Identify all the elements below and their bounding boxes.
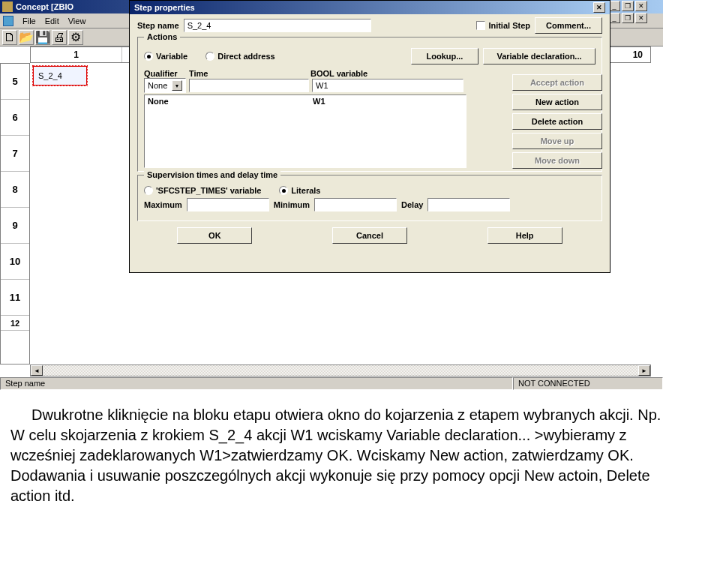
- bool-variable-input[interactable]: [312, 79, 464, 92]
- ruler-v-12: 12: [1, 316, 29, 331]
- description-text: Dwukrotne kliknięcie na bloku etapu otwi…: [10, 405, 663, 506]
- checkbox-icon: [476, 21, 485, 30]
- qualifier-value: None: [148, 81, 167, 90]
- doc-icon: [3, 16, 14, 26]
- sfc-step-label: S_2_4: [38, 71, 62, 80]
- initial-step-label: Initial Step: [488, 21, 530, 30]
- outer-close-button[interactable]: ✕: [635, 1, 647, 11]
- new-action-button[interactable]: New action: [512, 94, 602, 110]
- maximum-label: Maximum: [144, 200, 182, 209]
- dialog-bottom-buttons: OK Cancel Help: [137, 227, 602, 244]
- scroll-right-button[interactable]: ►: [638, 365, 650, 376]
- dialog-title: Step properties: [134, 3, 195, 12]
- delay-label: Delay: [401, 200, 423, 209]
- inner-restore-button[interactable]: ❐: [622, 13, 634, 23]
- ruler-v-8: 8: [1, 172, 29, 208]
- radio-direct-address[interactable]: Direct address: [206, 52, 274, 61]
- menu-file[interactable]: File: [22, 16, 36, 26]
- minimum-input[interactable]: [314, 198, 397, 212]
- status-bar: Step name NOT CONNECTED: [0, 376, 663, 390]
- status-right: NOT CONNECTED: [513, 377, 663, 390]
- delay-input[interactable]: [428, 198, 510, 212]
- ruler-v-11: 11: [1, 280, 29, 316]
- status-left: Step name: [0, 377, 513, 390]
- delete-action-button[interactable]: Delete action: [512, 113, 602, 130]
- step-name-input[interactable]: [184, 19, 371, 32]
- ruler-vertical: 5 6 7 8 9 10 11 12: [0, 63, 30, 364]
- radio-variable[interactable]: Variable: [144, 52, 188, 61]
- tool-print[interactable]: 🖨: [52, 30, 67, 45]
- lookup-button[interactable]: Lookup...: [411, 48, 478, 64]
- actions-listbox[interactable]: None W1: [144, 94, 466, 168]
- ruler-h-1: 1: [31, 47, 122, 62]
- ruler-v-10: 10: [1, 244, 29, 280]
- qualifier-select[interactable]: None ▼: [144, 78, 186, 93]
- ruler-v-5: 5: [1, 64, 29, 100]
- inner-close-button[interactable]: ✕: [635, 13, 647, 23]
- supervision-group-label: Supervision times and delay time: [144, 170, 280, 179]
- actions-group-label: Actions: [144, 32, 180, 41]
- app-title: Concept [ZBIO: [16, 2, 74, 11]
- ruler-v-6: 6: [1, 100, 29, 136]
- accept-action-button[interactable]: Accept action: [512, 74, 602, 91]
- cancel-button[interactable]: Cancel: [332, 227, 407, 244]
- scrollbar-horizontal[interactable]: ◄ ►: [30, 364, 651, 376]
- initial-step-checkbox[interactable]: Initial Step: [476, 21, 530, 30]
- outer-restore-button[interactable]: ❐: [622, 1, 634, 11]
- list-item[interactable]: None W1: [145, 97, 466, 106]
- ruler-v-7: 7: [1, 136, 29, 172]
- header-time: Time: [189, 69, 310, 78]
- radio-direct-label: Direct address: [218, 52, 274, 61]
- dialog-close-button[interactable]: ✕: [593, 2, 605, 13]
- header-qualifier: Qualifier: [144, 69, 189, 78]
- list-bool: W1: [313, 97, 463, 106]
- radio-variable-label: Variable: [156, 52, 188, 61]
- move-down-button[interactable]: Move down: [512, 152, 602, 169]
- radio-icon: [144, 186, 153, 195]
- tool-extra[interactable]: ⚙: [68, 30, 83, 45]
- radio-sfcstep-label: 'SFCSTEP_TIMES' variable: [156, 186, 261, 195]
- step-properties-dialog: Step properties ✕ Step name Initial Step…: [129, 0, 610, 273]
- help-button[interactable]: Help: [488, 227, 562, 244]
- tool-save[interactable]: 💾: [35, 30, 50, 45]
- sfc-step-block[interactable]: S_2_4: [33, 66, 87, 86]
- radio-sfcstep-times[interactable]: 'SFCSTEP_TIMES' variable: [144, 186, 261, 195]
- description-paragraph: Dwukrotne kliknięcie na bloku etapu otwi…: [10, 405, 663, 506]
- child-window-controls: _ ❐ ✕ _ ❐ ✕: [608, 0, 663, 26]
- radio-icon: [206, 52, 214, 61]
- dialog-body: Step name Initial Step Comment... Action…: [130, 14, 610, 247]
- list-qualifier: None: [148, 97, 313, 106]
- tool-open[interactable]: 📂: [19, 30, 34, 45]
- radio-literals[interactable]: Literals: [279, 186, 320, 195]
- maximum-input[interactable]: [187, 198, 269, 212]
- scroll-left-button[interactable]: ◄: [31, 365, 43, 376]
- radio-icon: [144, 52, 153, 61]
- menu-edit[interactable]: Edit: [45, 16, 59, 26]
- radio-literals-label: Literals: [291, 186, 320, 195]
- variable-declaration-button[interactable]: Variable declaration...: [483, 48, 596, 64]
- move-up-button[interactable]: Move up: [512, 133, 602, 149]
- radio-icon: [279, 186, 288, 195]
- dialog-titlebar: Step properties ✕: [130, 1, 610, 14]
- tool-new[interactable]: 🗋: [2, 30, 17, 45]
- app-icon: [2, 2, 13, 12]
- chevron-down-icon[interactable]: ▼: [172, 80, 182, 91]
- ok-button[interactable]: OK: [177, 227, 252, 244]
- comment-button[interactable]: Comment...: [535, 17, 602, 34]
- ruler-v-9: 9: [1, 208, 29, 244]
- side-buttons: Accept action New action Delete action M…: [512, 74, 602, 169]
- step-name-label: Step name: [137, 21, 179, 30]
- menu-view[interactable]: View: [68, 16, 86, 26]
- minimum-label: Minimum: [274, 200, 310, 209]
- time-input[interactable]: [189, 79, 309, 92]
- scroll-track[interactable]: [43, 365, 638, 376]
